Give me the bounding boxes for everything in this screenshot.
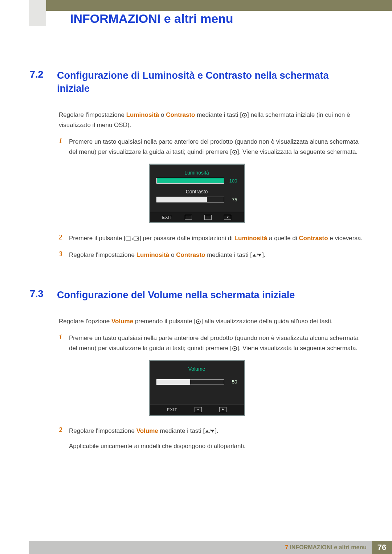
section-number: 7.3 bbox=[30, 288, 57, 301]
osd-volume-value: 50 bbox=[227, 379, 237, 385]
up-down-triangles-icon: / bbox=[252, 253, 262, 258]
highlight-volume: Volume bbox=[111, 318, 133, 325]
svg-text:/: / bbox=[209, 429, 211, 434]
page-number: 76 bbox=[372, 541, 392, 554]
svg-text:/: / bbox=[132, 236, 134, 241]
text: Premere il pulsante [ bbox=[69, 235, 126, 242]
osd-footer: EXIT − + ▾ bbox=[150, 212, 244, 222]
section-title: Configurazione di Luminosità e Contrasto… bbox=[57, 69, 364, 95]
text: ]. bbox=[262, 251, 265, 258]
section-title: Configurazione del Volume nella schermat… bbox=[57, 288, 295, 301]
note-text: Applicabile unicamente ai modelli che di… bbox=[69, 443, 364, 450]
highlight-luminosita: Luminosità bbox=[234, 235, 268, 242]
circle-dot-icon bbox=[196, 319, 201, 324]
highlight-luminosita: Luminosità bbox=[136, 251, 170, 258]
step-1: 1 Premere un tasto qualsiasi nella parte… bbox=[59, 333, 364, 353]
svg-rect-4 bbox=[126, 237, 131, 240]
steps-list-7-3-cont: 2 Regolare l'impostazione Volume mediant… bbox=[59, 426, 364, 436]
steps-list-7-3: 1 Premere un tasto qualsiasi nella parte… bbox=[59, 333, 364, 353]
highlight-contrasto: Contrasto bbox=[166, 111, 195, 118]
circle-dot-icon bbox=[232, 149, 237, 155]
step-text: Premere un tasto qualsiasi nella parte a… bbox=[69, 137, 364, 157]
highlight-contrasto: Contrasto bbox=[176, 251, 205, 258]
text: Regolare l'impostazione bbox=[69, 427, 136, 434]
section-header-7-3: 7.3 Configurazione del Volume nella sche… bbox=[30, 288, 364, 301]
osd-volume-label: Volume bbox=[156, 366, 237, 372]
top-gray-tab bbox=[29, 0, 46, 26]
osd-panel: Volume 50 EXIT − + bbox=[149, 360, 245, 416]
step-2: 2 Regolare l'impostazione Volume mediant… bbox=[59, 426, 364, 436]
text: Regolare l'opzione bbox=[59, 318, 111, 325]
osd-brightness-bar: 100 bbox=[156, 178, 237, 184]
text: ]. Viene visualizzata la seguente scherm… bbox=[237, 345, 358, 352]
osd-screenshot-1: Luminosità 100 Contrasto 75 EXIT − + ▾ bbox=[30, 164, 364, 223]
step-2: 2 Premere il pulsante [/] per passare da… bbox=[59, 233, 364, 243]
step-number: 2 bbox=[59, 426, 69, 436]
circle-dot-icon bbox=[242, 112, 247, 118]
osd-panel: Luminosità 100 Contrasto 75 EXIT − + ▾ bbox=[149, 164, 245, 223]
steps-list-7-2-cont: 2 Premere il pulsante [/] per passare da… bbox=[59, 233, 364, 260]
svg-point-9 bbox=[198, 321, 199, 322]
highlight-volume: Volume bbox=[136, 427, 158, 434]
step-number: 1 bbox=[59, 137, 69, 157]
chapter-title: INFORMAZIONI e altri menu bbox=[70, 12, 233, 26]
steps-list-7-2: 1 Premere un tasto qualsiasi nella parte… bbox=[59, 137, 364, 157]
step-number: 2 bbox=[59, 233, 69, 243]
step-number: 3 bbox=[59, 250, 69, 260]
intro-paragraph: Regolare l'impostazione Luminosità o Con… bbox=[59, 110, 364, 130]
osd-brightness-value: 100 bbox=[227, 178, 237, 184]
text: e viceversa. bbox=[328, 235, 363, 242]
source-toggle-icon: / bbox=[126, 236, 139, 242]
circle-dot-icon bbox=[232, 345, 237, 351]
footer-chapter-text: INFORMAZIONI e altri menu bbox=[290, 544, 367, 551]
minus-button-icon: − bbox=[195, 407, 202, 412]
svg-text:/: / bbox=[257, 253, 258, 258]
osd-volume-bar: 50 bbox=[156, 379, 237, 385]
page-footer: 7 INFORMAZIONI e altri menu 76 bbox=[29, 541, 392, 554]
text: o bbox=[169, 251, 176, 258]
osd-exit-label: EXIT bbox=[167, 407, 177, 412]
text: Regolare l'impostazione bbox=[69, 251, 136, 258]
text: ]. bbox=[215, 427, 218, 434]
svg-point-1 bbox=[244, 115, 245, 116]
step-text: Premere un tasto qualsiasi nella parte a… bbox=[69, 333, 364, 353]
down-button-icon: ▾ bbox=[224, 215, 231, 220]
highlight-luminosita: Luminosità bbox=[126, 111, 159, 118]
minus-button-icon: − bbox=[185, 215, 192, 220]
step-text: Regolare l'impostazione Luminosità o Con… bbox=[69, 250, 265, 260]
osd-footer: EXIT − + bbox=[150, 405, 244, 415]
step-text: Regolare l'impostazione Volume mediante … bbox=[69, 426, 219, 436]
highlight-contrasto: Contrasto bbox=[299, 235, 328, 242]
text: ]. Viene visualizzata la seguente scherm… bbox=[237, 148, 358, 155]
text: Regolare l'impostazione bbox=[59, 111, 126, 118]
section-header-7-2: 7.2 Configurazione di Luminosità e Contr… bbox=[30, 69, 364, 95]
osd-brightness-label: Luminosità bbox=[156, 170, 237, 176]
step-1: 1 Premere un tasto qualsiasi nella parte… bbox=[59, 137, 364, 157]
step-number: 1 bbox=[59, 333, 69, 353]
osd-contrast-bar: 75 bbox=[156, 197, 237, 202]
osd-exit-label: EXIT bbox=[162, 215, 172, 219]
up-down-triangles-icon: / bbox=[205, 428, 215, 434]
section-number: 7.2 bbox=[30, 69, 57, 95]
svg-point-11 bbox=[234, 348, 235, 349]
text: mediante i tasti [ bbox=[158, 427, 205, 434]
footer-chapter-number: 7 bbox=[285, 544, 289, 551]
osd-screenshot-2: Volume 50 EXIT − + bbox=[30, 360, 364, 416]
intro-paragraph: Regolare l'opzione Volume premendo il pu… bbox=[59, 316, 364, 327]
svg-point-3 bbox=[234, 152, 235, 153]
text: ] alla visualizzazione della guida all'u… bbox=[201, 318, 332, 325]
text: ] per passare dalle impostazioni di bbox=[139, 235, 234, 242]
step-3: 3 Regolare l'impostazione Luminosità o C… bbox=[59, 250, 364, 260]
page-content: 7.2 Configurazione di Luminosità e Contr… bbox=[30, 69, 364, 450]
top-olive-bar bbox=[29, 0, 392, 11]
step-text: Premere il pulsante [/] per passare dall… bbox=[69, 233, 363, 243]
osd-contrast-value: 75 bbox=[227, 197, 237, 202]
text: mediante i tasti [ bbox=[205, 251, 252, 258]
plus-button-icon: + bbox=[219, 407, 226, 412]
text: a quelle di bbox=[267, 235, 299, 242]
text: o bbox=[159, 111, 166, 118]
osd-contrast-label: Contrasto bbox=[156, 189, 237, 194]
text: premendo il pulsante [ bbox=[133, 318, 196, 325]
text: mediante i tasti [ bbox=[195, 111, 242, 118]
plus-button-icon: + bbox=[204, 215, 212, 220]
